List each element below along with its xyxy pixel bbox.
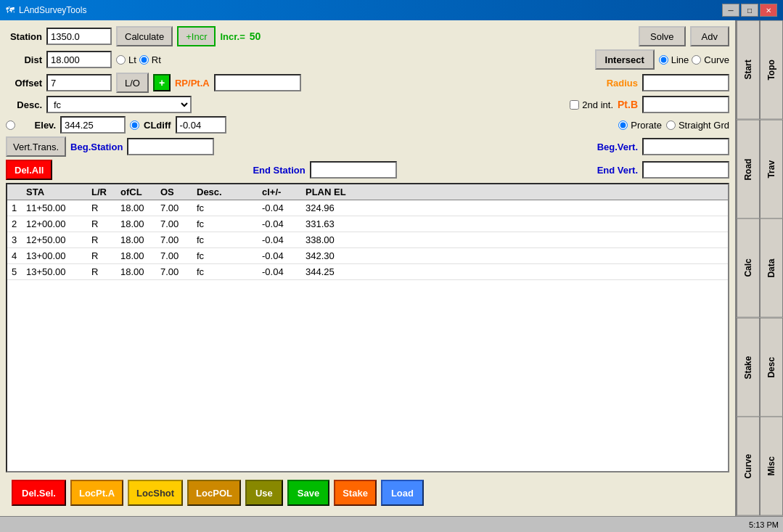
table-row[interactable]: 5 13+50.00 R 18.00 7.00 fc -0.04 344.25 — [7, 264, 728, 280]
second-int-group: 2nd int. — [570, 99, 613, 110]
rp-input[interactable] — [214, 74, 301, 91]
cell-num: 3 — [10, 234, 25, 246]
use-button[interactable]: Use — [245, 480, 283, 506]
sidebar-tab-desc[interactable]: Desc — [760, 318, 783, 417]
radius-input[interactable] — [642, 74, 729, 91]
cell-plan-el: 324.96 — [304, 202, 362, 214]
elev-radio[interactable] — [6, 120, 15, 130]
sidebar-col-right: Topo Trav Data Desc Misc — [760, 20, 783, 516]
dist-input[interactable] — [46, 51, 112, 68]
cldiff-group — [130, 120, 139, 130]
load-button[interactable]: Load — [381, 480, 424, 506]
plus-button[interactable]: + — [153, 74, 171, 91]
sidebar-tab-topo[interactable]: Topo — [760, 20, 783, 120]
elev-input[interactable] — [60, 116, 126, 134]
rt-radio[interactable] — [139, 55, 149, 65]
adv-button[interactable]: Adv — [690, 26, 729, 46]
sidebar-tab-trav[interactable]: Trav — [760, 120, 783, 219]
beg-station-input[interactable] — [127, 138, 214, 155]
cell-ofcl: 18.00 — [119, 234, 159, 246]
cell-cl: -0.04 — [261, 218, 304, 230]
elev-radio-group — [6, 120, 15, 130]
intersect-button[interactable]: Intersect — [595, 49, 655, 70]
locpta-button[interactable]: LocPt.A — [70, 480, 123, 506]
locpol-button[interactable]: LocPOL — [187, 480, 241, 506]
incr-eq-label: Incr.= — [220, 31, 245, 42]
save-button[interactable]: Save — [287, 480, 329, 506]
cell-os: 7.00 — [159, 202, 195, 214]
close-button[interactable]: ✕ — [760, 4, 777, 17]
cldiff-label: CLdiff — [144, 120, 171, 131]
cell-sta: 12+00.00 — [25, 218, 90, 230]
cell-lr: R — [90, 266, 119, 278]
ptb-input[interactable] — [642, 96, 729, 113]
cell-cl: -0.04 — [261, 202, 304, 214]
solve-button[interactable]: Solve — [639, 26, 686, 46]
sidebar-tab-stake[interactable]: Stake — [737, 318, 760, 417]
sidebar-tab-calc[interactable]: Calc — [737, 218, 760, 318]
rt-label: Rt — [152, 54, 161, 65]
cell-desc: fc — [195, 250, 261, 262]
sidebar: Start Road Calc Stake Curve Topo Trav Da… — [735, 20, 783, 516]
incr-value: 50 — [250, 30, 261, 42]
sidebar-tab-curve[interactable]: Curve — [737, 417, 760, 516]
vert-trans-button[interactable]: Vert.Trans. — [6, 136, 66, 157]
col-ofcl: ofCL — [119, 186, 159, 198]
lo-button[interactable]: L/O — [116, 73, 149, 93]
curve-radio[interactable] — [692, 55, 701, 65]
beg-vert-input[interactable] — [642, 138, 729, 155]
del-sel-button[interactable]: Del.Sel. — [12, 480, 66, 506]
sidebar-tab-start[interactable]: Start — [737, 20, 760, 120]
end-station-input[interactable] — [310, 161, 397, 179]
sidebar-tab-data[interactable]: Data — [760, 218, 783, 318]
stake-button[interactable]: Stake — [334, 480, 377, 506]
offset-label: Offset — [6, 78, 42, 89]
sidebar-col-left: Start Road Calc Stake Curve — [737, 20, 760, 516]
rp-label: RP/Pt.A — [175, 78, 210, 89]
cell-ofcl: 18.00 — [119, 266, 159, 278]
offset-input[interactable] — [46, 74, 112, 91]
locshot-button[interactable]: LocShot — [128, 480, 183, 506]
del-all-button[interactable]: Del.All — [6, 160, 52, 180]
station-input[interactable] — [46, 28, 112, 45]
straight-grd-label: Straight Grd — [679, 120, 729, 131]
content-panel: Station Calculate +Incr Incr.= 50 Solve … — [0, 20, 735, 516]
beg-station-label: Beg.Station — [70, 142, 123, 152]
row-dist: Dist Lt Rt Intersect Line Curve — [6, 49, 729, 70]
cldiff-input[interactable] — [176, 116, 226, 134]
table-header: STA L/R ofCL OS Desc. cl+/- PLAN EL — [7, 184, 728, 200]
end-vert-input[interactable] — [642, 161, 729, 179]
straight-grd-radio[interactable] — [666, 120, 676, 130]
cell-lr: R — [90, 234, 119, 246]
maximize-button[interactable]: □ — [741, 4, 758, 17]
table-row[interactable]: 1 11+50.00 R 18.00 7.00 fc -0.04 324.96 — [7, 200, 728, 216]
status-bar: 5:13 PM — [0, 516, 783, 532]
sidebar-tab-misc[interactable]: Misc — [760, 417, 783, 516]
second-int-checkbox[interactable] — [570, 100, 579, 110]
elev-label: Elev. — [20, 120, 56, 131]
prorate-radio[interactable] — [618, 120, 628, 130]
line-radio[interactable] — [659, 55, 668, 65]
cell-desc: fc — [195, 202, 261, 214]
station-label: Station — [6, 31, 42, 42]
status-time: 5:13 PM — [749, 520, 779, 529]
lt-radio[interactable] — [116, 55, 126, 65]
table-row[interactable]: 3 12+50.00 R 18.00 7.00 fc -0.04 338.00 — [7, 232, 728, 248]
cell-plan-el: 331.63 — [304, 218, 362, 230]
cell-desc: fc — [195, 266, 261, 278]
table-row[interactable]: 4 13+00.00 R 18.00 7.00 fc -0.04 342.30 — [7, 248, 728, 264]
main-window: 🗺 LAndSurveyTools ─ □ ✕ Station Calculat… — [0, 0, 783, 532]
table-row[interactable]: 2 12+00.00 R 18.00 7.00 fc -0.04 331.63 — [7, 216, 728, 232]
cldiff-radio[interactable] — [130, 120, 139, 130]
beg-vert-label: Beg.Vert. — [597, 142, 638, 152]
incr-plus-button[interactable]: +Incr — [177, 26, 216, 46]
end-vert-label: End Vert. — [597, 165, 638, 176]
cell-desc: fc — [195, 234, 261, 246]
calculate-button[interactable]: Calculate — [116, 26, 173, 46]
second-int-label: 2nd int. — [582, 99, 613, 110]
sidebar-tab-road[interactable]: Road — [737, 120, 760, 219]
minimize-button[interactable]: ─ — [722, 4, 739, 17]
radius-label: Radius — [607, 78, 638, 89]
desc-select[interactable]: fc ep gb toe — [46, 96, 192, 113]
row-desc: Desc. fc ep gb toe 2nd int. Pt.B — [6, 96, 729, 113]
